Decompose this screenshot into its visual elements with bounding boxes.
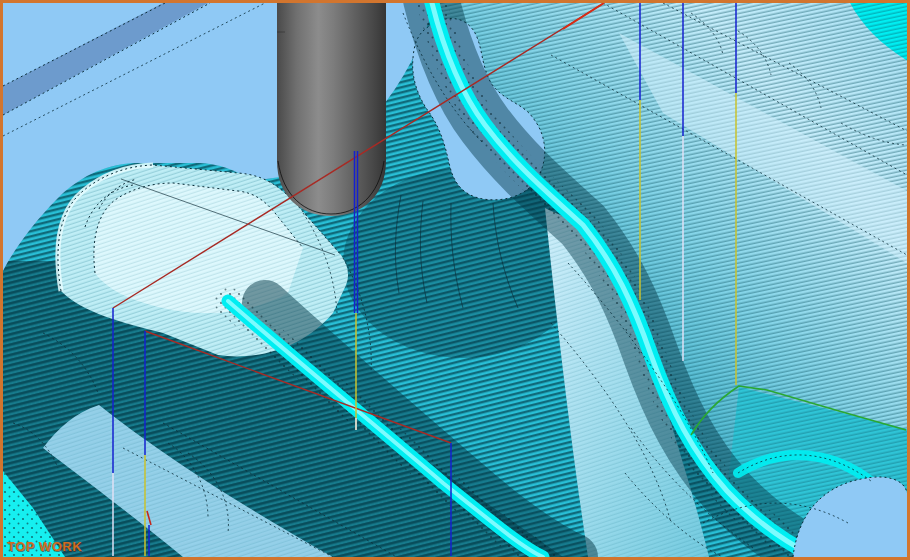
viewport-3d-canvas[interactable] xyxy=(3,3,907,557)
cutting-tool xyxy=(277,3,386,216)
view-plane-label: TOP WORK xyxy=(7,539,82,554)
cam-viewport-frame: TOP WORK xyxy=(0,0,910,560)
tool-body xyxy=(277,3,386,216)
